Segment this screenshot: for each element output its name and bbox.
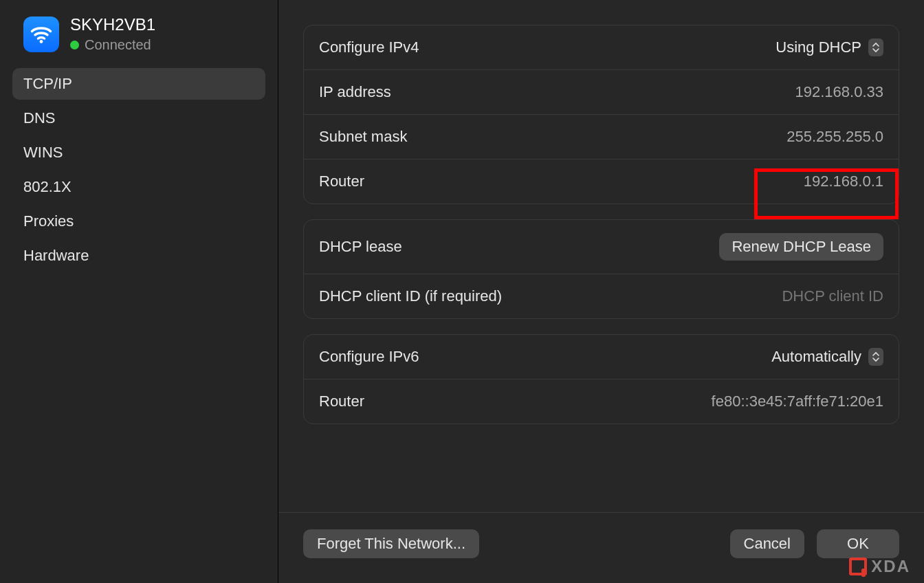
ip-address-label: IP address bbox=[319, 83, 391, 101]
status-dot-icon bbox=[70, 41, 79, 50]
sidebar-item-proxies[interactable]: Proxies bbox=[12, 206, 265, 237]
router-ipv6-value: fe80::3e45:7aff:fe71:20e1 bbox=[712, 393, 883, 410]
svg-point-0 bbox=[40, 40, 43, 43]
ipv6-card: Configure IPv6 Automatically Router fe80… bbox=[303, 334, 899, 424]
configure-ipv4-label: Configure IPv4 bbox=[319, 38, 419, 56]
dhcp-client-id-row: DHCP client ID (if required) DHCP client… bbox=[304, 274, 899, 318]
sidebar-item-8021x[interactable]: 802.1X bbox=[12, 171, 265, 203]
renew-dhcp-lease-button[interactable]: Renew DHCP Lease bbox=[719, 233, 883, 261]
configure-ipv6-value: Automatically bbox=[771, 348, 861, 366]
configure-ipv4-select[interactable]: Using DHCP bbox=[776, 38, 883, 56]
sidebar-item-hardware[interactable]: Hardware bbox=[12, 240, 265, 272]
subnet-mask-value: 255.255.255.0 bbox=[786, 128, 883, 146]
network-settings-window: SKYH2VB1 Connected TCP/IP DNS WINS 802.1… bbox=[0, 0, 924, 583]
configure-ipv6-row: Configure IPv6 Automatically bbox=[304, 335, 899, 379]
ipv4-card: Configure IPv4 Using DHCP IP address 192… bbox=[303, 25, 899, 204]
wifi-icon bbox=[23, 16, 59, 52]
router-ipv4-label: Router bbox=[319, 173, 364, 190]
network-header: SKYH2VB1 Connected bbox=[12, 15, 265, 53]
router-ipv6-label: Router bbox=[319, 393, 364, 410]
status-text: Connected bbox=[85, 37, 151, 53]
dhcp-client-id-label: DHCP client ID (if required) bbox=[319, 287, 502, 305]
ok-button[interactable]: OK bbox=[817, 529, 899, 558]
main-panel: Configure IPv4 Using DHCP IP address 192… bbox=[278, 0, 924, 583]
subnet-mask-row: Subnet mask 255.255.255.0 bbox=[304, 114, 899, 159]
configure-ipv6-select[interactable]: Automatically bbox=[771, 348, 883, 366]
configure-ipv4-value: Using DHCP bbox=[776, 38, 861, 56]
ip-address-value: 192.168.0.33 bbox=[795, 83, 883, 101]
ip-address-row: IP address 192.168.0.33 bbox=[304, 69, 899, 114]
chevron-up-down-icon bbox=[868, 38, 883, 56]
configure-ipv6-label: Configure IPv6 bbox=[319, 348, 419, 366]
cancel-button[interactable]: Cancel bbox=[730, 529, 804, 558]
router-ipv6-row: Router fe80::3e45:7aff:fe71:20e1 bbox=[304, 379, 899, 424]
network-name: SKYH2VB1 bbox=[70, 15, 155, 34]
sidebar-item-tcpip[interactable]: TCP/IP bbox=[12, 68, 265, 100]
chevron-up-down-icon bbox=[868, 348, 883, 366]
dhcp-lease-label: DHCP lease bbox=[319, 238, 402, 256]
footer: Forget This Network... Cancel OK bbox=[278, 512, 924, 583]
subnet-mask-label: Subnet mask bbox=[319, 128, 407, 146]
forget-network-button[interactable]: Forget This Network... bbox=[303, 529, 479, 558]
sidebar-item-dns[interactable]: DNS bbox=[12, 102, 265, 134]
sidebar: SKYH2VB1 Connected TCP/IP DNS WINS 802.1… bbox=[0, 0, 278, 583]
router-ipv4-value: 192.168.0.1 bbox=[804, 173, 883, 190]
router-ipv4-row: Router 192.168.0.1 bbox=[304, 159, 899, 204]
dhcp-card: DHCP lease Renew DHCP Lease DHCP client … bbox=[303, 219, 899, 319]
dhcp-client-id-input[interactable]: DHCP client ID bbox=[782, 287, 883, 305]
configure-ipv4-row: Configure IPv4 Using DHCP bbox=[304, 25, 899, 69]
sidebar-item-wins[interactable]: WINS bbox=[12, 137, 265, 168]
sidebar-nav: TCP/IP DNS WINS 802.1X Proxies Hardware bbox=[12, 68, 265, 272]
dhcp-lease-row: DHCP lease Renew DHCP Lease bbox=[304, 220, 899, 274]
network-status: Connected bbox=[70, 37, 155, 53]
